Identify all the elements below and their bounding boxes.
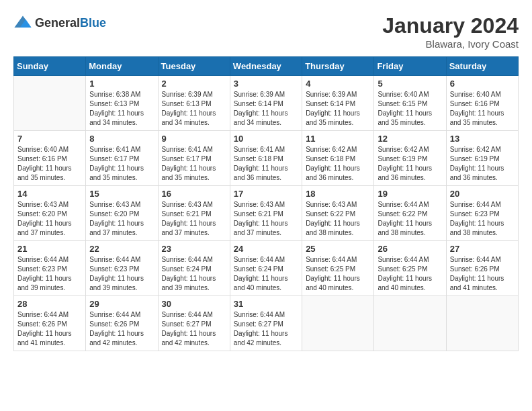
day-of-week-header: Thursday <box>302 57 374 76</box>
day-info: Sunrise: 6:40 AMSunset: 6:15 PMDaylight:… <box>378 90 442 128</box>
day-of-week-header: Tuesday <box>158 57 230 76</box>
page-header: GeneralBlue January 2024 Blawara, Ivory … <box>13 13 519 50</box>
calendar-day-cell: 6Sunrise: 6:40 AMSunset: 6:16 PMDaylight… <box>446 76 518 131</box>
calendar-day-cell: 29Sunrise: 6:44 AMSunset: 6:26 PMDayligh… <box>86 296 158 351</box>
day-info: Sunrise: 6:43 AMSunset: 6:20 PMDaylight:… <box>89 200 154 238</box>
calendar-day-cell: 3Sunrise: 6:39 AMSunset: 6:14 PMDaylight… <box>230 76 302 131</box>
day-of-week-header: Monday <box>86 57 158 76</box>
day-number: 5 <box>378 79 442 89</box>
day-number: 9 <box>162 134 226 144</box>
day-number: 6 <box>450 79 515 89</box>
day-info: Sunrise: 6:44 AMSunset: 6:25 PMDaylight:… <box>378 255 442 293</box>
day-info: Sunrise: 6:39 AMSunset: 6:14 PMDaylight:… <box>234 90 298 128</box>
calendar-day-cell: 26Sunrise: 6:44 AMSunset: 6:25 PMDayligh… <box>374 241 446 296</box>
day-number: 25 <box>306 244 370 254</box>
calendar-day-cell: 5Sunrise: 6:40 AMSunset: 6:15 PMDaylight… <box>374 76 446 131</box>
calendar-day-cell: 1Sunrise: 6:38 AMSunset: 6:13 PMDaylight… <box>86 76 158 131</box>
day-info: Sunrise: 6:40 AMSunset: 6:16 PMDaylight:… <box>17 145 82 183</box>
calendar-header-row: SundayMondayTuesdayWednesdayThursdayFrid… <box>14 57 519 76</box>
day-number: 20 <box>450 189 515 199</box>
calendar-day-cell: 14Sunrise: 6:43 AMSunset: 6:20 PMDayligh… <box>14 186 86 241</box>
calendar-week-row: 1Sunrise: 6:38 AMSunset: 6:13 PMDaylight… <box>14 76 519 131</box>
day-info: Sunrise: 6:44 AMSunset: 6:23 PMDaylight:… <box>89 255 154 293</box>
day-number: 28 <box>17 299 82 309</box>
day-info: Sunrise: 6:38 AMSunset: 6:13 PMDaylight:… <box>89 90 154 128</box>
logo-icon <box>13 13 32 32</box>
day-number: 15 <box>89 189 154 199</box>
day-number: 17 <box>234 189 298 199</box>
calendar-day-cell <box>374 296 446 351</box>
day-info: Sunrise: 6:44 AMSunset: 6:23 PMDaylight:… <box>17 255 82 293</box>
calendar-day-cell <box>14 76 86 131</box>
calendar-table: SundayMondayTuesdayWednesdayThursdayFrid… <box>13 56 519 351</box>
day-info: Sunrise: 6:41 AMSunset: 6:17 PMDaylight:… <box>162 145 226 183</box>
calendar-day-cell <box>302 296 374 351</box>
day-info: Sunrise: 6:44 AMSunset: 6:24 PMDaylight:… <box>162 255 226 293</box>
day-of-week-header: Saturday <box>446 57 518 76</box>
calendar-day-cell: 13Sunrise: 6:42 AMSunset: 6:19 PMDayligh… <box>446 131 518 186</box>
day-info: Sunrise: 6:40 AMSunset: 6:16 PMDaylight:… <box>450 90 515 128</box>
day-number: 1 <box>89 79 154 89</box>
day-number: 23 <box>162 244 226 254</box>
day-number: 27 <box>450 244 515 254</box>
day-info: Sunrise: 6:44 AMSunset: 6:25 PMDaylight:… <box>306 255 370 293</box>
day-info: Sunrise: 6:44 AMSunset: 6:27 PMDaylight:… <box>162 310 226 348</box>
calendar-day-cell: 7Sunrise: 6:40 AMSunset: 6:16 PMDaylight… <box>14 131 86 186</box>
title-block: January 2024 Blawara, Ivory Coast <box>382 13 519 50</box>
day-number: 4 <box>306 79 370 89</box>
day-number: 16 <box>162 189 226 199</box>
calendar-day-cell: 27Sunrise: 6:44 AMSunset: 6:26 PMDayligh… <box>446 241 518 296</box>
day-info: Sunrise: 6:43 AMSunset: 6:21 PMDaylight:… <box>162 200 226 238</box>
calendar-day-cell: 22Sunrise: 6:44 AMSunset: 6:23 PMDayligh… <box>86 241 158 296</box>
day-number: 19 <box>378 189 442 199</box>
day-info: Sunrise: 6:39 AMSunset: 6:14 PMDaylight:… <box>306 90 370 128</box>
day-number: 11 <box>306 134 370 144</box>
calendar-day-cell: 23Sunrise: 6:44 AMSunset: 6:24 PMDayligh… <box>158 241 230 296</box>
day-number: 14 <box>17 189 82 199</box>
day-info: Sunrise: 6:44 AMSunset: 6:26 PMDaylight:… <box>89 310 154 348</box>
day-of-week-header: Sunday <box>14 57 86 76</box>
day-of-week-header: Friday <box>374 57 446 76</box>
day-number: 2 <box>162 79 226 89</box>
calendar-day-cell: 18Sunrise: 6:43 AMSunset: 6:22 PMDayligh… <box>302 186 374 241</box>
calendar-week-row: 14Sunrise: 6:43 AMSunset: 6:20 PMDayligh… <box>14 186 519 241</box>
day-info: Sunrise: 6:43 AMSunset: 6:22 PMDaylight:… <box>306 200 370 238</box>
day-number: 3 <box>234 79 298 89</box>
calendar-day-cell: 30Sunrise: 6:44 AMSunset: 6:27 PMDayligh… <box>158 296 230 351</box>
location-text: Blawara, Ivory Coast <box>382 38 519 50</box>
day-number: 31 <box>234 299 298 309</box>
calendar-day-cell: 15Sunrise: 6:43 AMSunset: 6:20 PMDayligh… <box>86 186 158 241</box>
day-number: 22 <box>89 244 154 254</box>
calendar-day-cell: 2Sunrise: 6:39 AMSunset: 6:13 PMDaylight… <box>158 76 230 131</box>
calendar-week-row: 28Sunrise: 6:44 AMSunset: 6:26 PMDayligh… <box>14 296 519 351</box>
day-number: 18 <box>306 189 370 199</box>
calendar-day-cell: 28Sunrise: 6:44 AMSunset: 6:26 PMDayligh… <box>14 296 86 351</box>
calendar-week-row: 7Sunrise: 6:40 AMSunset: 6:16 PMDaylight… <box>14 131 519 186</box>
calendar-day-cell <box>446 296 518 351</box>
day-number: 7 <box>17 134 82 144</box>
day-info: Sunrise: 6:42 AMSunset: 6:19 PMDaylight:… <box>378 145 442 183</box>
calendar-day-cell: 12Sunrise: 6:42 AMSunset: 6:19 PMDayligh… <box>374 131 446 186</box>
day-info: Sunrise: 6:44 AMSunset: 6:23 PMDaylight:… <box>450 200 515 238</box>
calendar-day-cell: 10Sunrise: 6:41 AMSunset: 6:18 PMDayligh… <box>230 131 302 186</box>
day-info: Sunrise: 6:44 AMSunset: 6:24 PMDaylight:… <box>234 255 298 293</box>
day-info: Sunrise: 6:44 AMSunset: 6:26 PMDaylight:… <box>17 310 82 348</box>
calendar-day-cell: 9Sunrise: 6:41 AMSunset: 6:17 PMDaylight… <box>158 131 230 186</box>
day-info: Sunrise: 6:42 AMSunset: 6:19 PMDaylight:… <box>450 145 515 183</box>
day-info: Sunrise: 6:42 AMSunset: 6:18 PMDaylight:… <box>306 145 370 183</box>
month-year-title: January 2024 <box>382 13 519 38</box>
calendar-day-cell: 31Sunrise: 6:44 AMSunset: 6:27 PMDayligh… <box>230 296 302 351</box>
calendar-day-cell: 25Sunrise: 6:44 AMSunset: 6:25 PMDayligh… <box>302 241 374 296</box>
day-info: Sunrise: 6:39 AMSunset: 6:13 PMDaylight:… <box>162 90 226 128</box>
day-number: 8 <box>89 134 154 144</box>
day-info: Sunrise: 6:44 AMSunset: 6:26 PMDaylight:… <box>450 255 515 293</box>
day-info: Sunrise: 6:44 AMSunset: 6:27 PMDaylight:… <box>234 310 298 348</box>
day-info: Sunrise: 6:41 AMSunset: 6:17 PMDaylight:… <box>89 145 154 183</box>
logo: GeneralBlue <box>13 13 106 32</box>
day-number: 12 <box>378 134 442 144</box>
calendar-week-row: 21Sunrise: 6:44 AMSunset: 6:23 PMDayligh… <box>14 241 519 296</box>
calendar-day-cell: 24Sunrise: 6:44 AMSunset: 6:24 PMDayligh… <box>230 241 302 296</box>
day-info: Sunrise: 6:43 AMSunset: 6:20 PMDaylight:… <box>17 200 82 238</box>
day-info: Sunrise: 6:41 AMSunset: 6:18 PMDaylight:… <box>234 145 298 183</box>
logo-blue-text: Blue <box>80 16 106 30</box>
